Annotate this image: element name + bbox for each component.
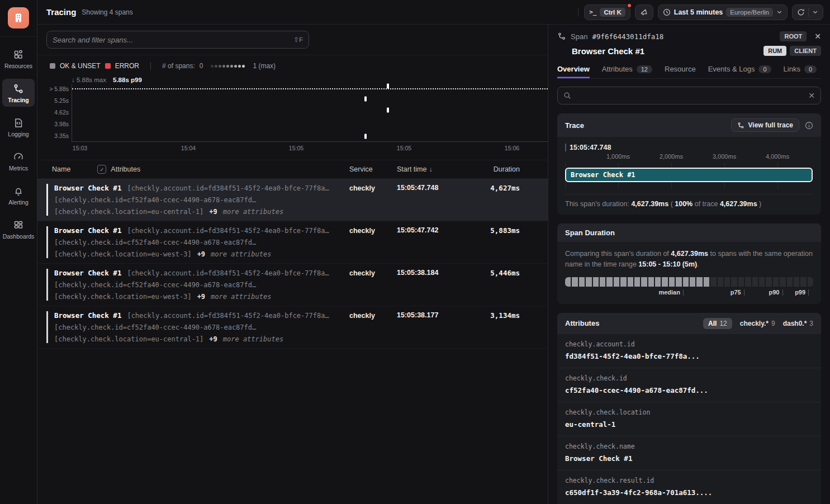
histogram-segment <box>724 277 730 287</box>
span-name-cell: Browser Check #1 [checkly.account.id=fd3… <box>46 269 349 301</box>
span-attr: [checkly.check.location=eu-central-1] <box>54 335 203 343</box>
sidebar-item-dashboards[interactable]: Dashboards <box>2 215 35 243</box>
attribute-key: checkly.account.id <box>565 340 813 348</box>
ok-legend-swatch <box>50 63 55 69</box>
chip-dash0[interactable]: dash0.* 3 <box>783 320 813 327</box>
tab-links[interactable]: Links 0 <box>784 65 817 78</box>
attribute-row[interactable]: checkly.check.result.id c650df1f-3a39-4f… <box>557 470 821 504</box>
sidebar-item-logging[interactable]: Logging <box>2 113 35 141</box>
info-icon[interactable] <box>805 121 813 130</box>
sidebar-item-label: Alerting <box>8 199 29 206</box>
chart-plot[interactable]: > 5.88s 5.25s 4.62s 3.98s 3.35s <box>72 84 548 142</box>
tab-attributes[interactable]: Attributes 12 <box>602 65 652 78</box>
table-row[interactable]: Browser Check #1 [checkly.account.id=fd3… <box>37 264 548 306</box>
app-logo[interactable] <box>8 7 29 28</box>
clear-search-icon[interactable]: ✕ <box>808 91 815 100</box>
duration-cell: 4,627ms <box>467 184 520 216</box>
panel-header: Span #9f6f6443011dfa18 ROOT ✕ <box>557 31 821 41</box>
terminal-prompt-icon: >_ <box>589 8 596 16</box>
down-arrow-icon: ↓ <box>72 77 75 83</box>
trace-timeline: Browser Check #1 <box>565 163 813 189</box>
alerting-icon <box>13 186 24 197</box>
tracing-icon <box>13 83 24 94</box>
span-title: Browser Check #1 <box>572 46 644 56</box>
span-attr: [checkly.check.location=eu-central-1] <box>54 208 203 216</box>
chart-data-point[interactable] <box>387 84 389 89</box>
button-divider <box>808 8 809 17</box>
x-tick: 15:03 <box>73 145 87 151</box>
attribute-row[interactable]: checkly.check.id cf52fa40-ccec-4490-a678… <box>557 368 821 402</box>
trace-title: Trace <box>565 121 584 130</box>
chart-data-point[interactable] <box>387 108 389 113</box>
view-full-trace-button[interactable]: View full trace <box>731 118 799 132</box>
command-palette-button[interactable]: >_ Ctrl K <box>584 4 630 20</box>
panel-search-input[interactable] <box>576 92 800 100</box>
histogram-segment <box>648 277 654 287</box>
service-column-header[interactable]: Service <box>349 165 397 173</box>
trace-start-time: 15:05:47.748 <box>565 144 813 151</box>
gradient-dot <box>238 65 241 68</box>
sidebar-item-metrics[interactable]: Metrics <box>2 147 35 175</box>
table-row[interactable]: Browser Check #1 [checkly.account.id=fd3… <box>37 221 548 264</box>
refresh-button[interactable] <box>792 4 823 20</box>
ok-legend-label[interactable]: OK & UNSET <box>60 62 101 70</box>
sidebar-item-alerting[interactable]: Alerting <box>2 181 35 209</box>
notification-dot <box>627 3 632 8</box>
span-attr: [checkly.account.id=fd384f51-45f2-4ea0-b… <box>127 184 329 192</box>
trace-footer: This span's duration: 4,627.39ms ( 100% … <box>565 194 813 208</box>
name-header-label[interactable]: Name <box>52 165 70 173</box>
attribute-row[interactable]: checkly.account.id fd384f51-45f2-4ea0-bf… <box>557 334 821 368</box>
chart-data-point[interactable] <box>364 97 367 102</box>
tab-overview[interactable]: Overview <box>557 65 590 78</box>
table-row[interactable]: Browser Check #1 [checkly.account.id=fd3… <box>37 179 548 221</box>
chart-annotations: ↓ 5.88s max 5.88s p99 <box>72 77 548 83</box>
attribute-row[interactable]: checkly.check.name Browser Check #1 <box>557 436 821 470</box>
trace-card: Trace View full trace <box>557 113 821 215</box>
span-name: Browser Check #1 <box>54 226 121 235</box>
time-range-button[interactable]: Last 5 minutes Europe/Berlin <box>658 4 788 20</box>
span-id: #9f6f6443011dfa18 <box>592 32 663 41</box>
sidebar-item-label: Metrics <box>9 165 28 172</box>
close-icon[interactable]: ✕ <box>814 32 821 41</box>
duration-column-header[interactable]: Duration <box>467 165 520 173</box>
span-count-max: 1 (max) <box>253 62 276 70</box>
chart-data-point[interactable] <box>364 134 367 139</box>
start-time-column-header[interactable]: Start time ↓ <box>397 165 467 173</box>
attributes-header-label[interactable]: Attributes <box>111 165 140 173</box>
histogram-segment <box>690 277 695 287</box>
attribute-key: checkly.check.id <box>565 374 813 382</box>
rum-badge: RUM <box>763 46 786 56</box>
sidebar-item-tracing[interactable]: Tracing <box>2 79 35 107</box>
panel-search-box[interactable]: ✕ <box>557 87 821 104</box>
histogram-segment <box>752 277 758 287</box>
announcements-button[interactable] <box>635 4 653 20</box>
span-search-input[interactable] <box>53 36 289 44</box>
attribute-key: checkly.check.location <box>565 408 813 416</box>
histogram-segment <box>565 277 571 287</box>
selected-span-bar[interactable]: Browser Check #1 <box>565 168 813 182</box>
duration-chart-section: OK & UNSET ERROR # of spans: 0 1 (max) ↓… <box>37 55 548 154</box>
percentile-markers: median p75 p90 p99 <box>565 288 813 297</box>
chip-checkly[interactable]: checkly.* 9 <box>740 320 775 327</box>
span-attr: [checkly.check.id=cf52fa40-ccec-4490-a67… <box>54 196 349 204</box>
error-legend-label[interactable]: ERROR <box>115 62 139 70</box>
attribute-row[interactable]: checkly.check.location eu-central-1 <box>557 402 821 436</box>
tab-events-logs[interactable]: Events & Logs 0 <box>708 65 771 78</box>
duration-cell: 3,134ms <box>467 311 520 343</box>
tab-resource[interactable]: Resource <box>665 65 696 78</box>
table-row[interactable]: Browser Check #1 [checkly.account.id=fd3… <box>37 306 548 349</box>
gradient-dot <box>215 65 217 68</box>
chip-all[interactable]: All 12 <box>703 318 732 329</box>
attributes-checkbox[interactable]: ✓ <box>97 165 106 174</box>
span-duration-card: Span Duration Comparing this span's dura… <box>557 224 821 304</box>
attributes-card: Attributes All 12 checkly.* 9 da <box>557 313 821 504</box>
span-name: Browser Check #1 <box>54 269 121 277</box>
trace-tick: 2,000ms <box>660 153 683 160</box>
span-name-cell: Browser Check #1 [checkly.account.id=fd3… <box>46 311 349 343</box>
start-time-cell: 15:05:47.748 <box>397 184 467 216</box>
histogram-segment <box>696 277 702 287</box>
sidebar-item-resources[interactable]: Resources <box>2 45 35 73</box>
time-range-label: Last 5 minutes <box>674 8 723 16</box>
histogram-segment <box>614 277 619 287</box>
span-search-box[interactable]: ⇧F <box>46 31 309 49</box>
